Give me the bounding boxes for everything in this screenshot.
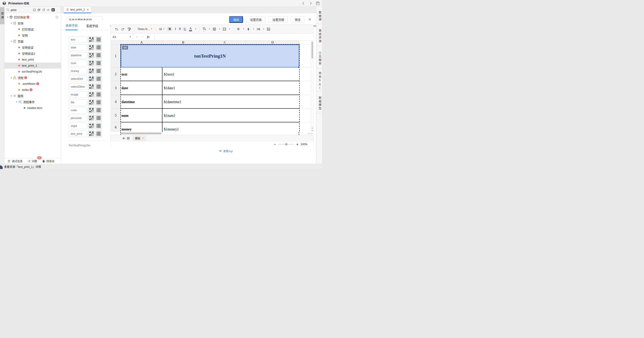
field-chip[interactable]: selectDict	[68, 76, 87, 82]
font-color-button[interactable]: A	[188, 27, 193, 32]
cell-value[interactable]: ${datetime}	[164, 95, 289, 109]
qr-code-button[interactable]	[88, 123, 94, 129]
close-editor-icon[interactable]: ✕	[308, 18, 311, 22]
zoom-slider[interactable]	[278, 144, 294, 144]
barcode-button[interactable]	[96, 37, 102, 43]
function-icon[interactable]: fx	[147, 35, 150, 39]
save-file-icon[interactable]	[316, 1, 320, 5]
field-chip[interactable]: image	[68, 91, 87, 98]
chevron-down-icon[interactable]: ▼	[253, 28, 254, 30]
field-chip[interactable]: money	[68, 68, 87, 74]
tree-item-page[interactable]: test_print	[4, 57, 61, 63]
column-header-e[interactable]	[299, 40, 311, 45]
row-header-2[interactable]: 2	[111, 67, 121, 81]
field-chip[interactable]: datetime	[68, 52, 87, 59]
sort-list-icon[interactable]	[47, 8, 50, 12]
set-page-footer-button[interactable]: 设置页脚	[268, 16, 288, 23]
rail-tab-third-party-services[interactable]: 三方服务	[316, 46, 322, 69]
cell-label[interactable]: num	[122, 109, 161, 122]
editor-tab[interactable]: test_print_1 ✕	[64, 7, 91, 13]
chevron-down-icon[interactable]: ▼	[242, 28, 244, 30]
rail-tab-offline-resources[interactable]: 离线资源	[316, 24, 322, 46]
tree-item-page-selected[interactable]: test_print_1	[4, 63, 61, 69]
save-button[interactable]: 保存	[229, 16, 243, 23]
tab-form-fields[interactable]: 表单字段	[66, 23, 78, 30]
debug-info-button[interactable]: 调试信息	[8, 159, 22, 163]
italic-button[interactable]: I	[174, 27, 176, 31]
new-resource-icon[interactable]	[37, 8, 41, 12]
chevron-down-icon[interactable]: ▼	[16, 101, 18, 103]
qr-code-button[interactable]	[88, 76, 94, 82]
chevron-down-icon[interactable]: ▼	[218, 28, 220, 30]
field-chip[interactable]: personid	[68, 115, 87, 121]
tree-item-flow-events[interactable]: ▼ 流程事件	[4, 99, 61, 105]
field-chip[interactable]: code	[68, 107, 87, 113]
tree-item-page[interactable]: tonTestPring1N	[4, 69, 61, 75]
barcode-button[interactable]	[96, 115, 102, 121]
barcode-button[interactable]	[96, 84, 102, 90]
merge-cells-button[interactable]	[222, 27, 227, 32]
cell-value[interactable]: ${money}	[164, 122, 289, 132]
qr-code-button[interactable]	[88, 131, 94, 137]
chevron-down-icon[interactable]: ▼	[195, 28, 196, 30]
cell-label[interactable]: money	[122, 122, 161, 132]
barcode-button[interactable]	[96, 131, 102, 137]
nav-forward-icon[interactable]	[308, 1, 312, 5]
scroll-right-icon[interactable]: ▸	[310, 132, 313, 135]
rail-tab-named-sql[interactable]: 命名Sql	[316, 69, 322, 91]
zoom-slider-knob[interactable]	[285, 143, 288, 145]
cell-label[interactable]: text	[122, 67, 161, 81]
chevron-down-icon[interactable]: ▼	[10, 77, 13, 79]
cancel-entry-icon[interactable]: ✕	[136, 35, 138, 39]
rail-tab-resources[interactable]: 资源	[0, 7, 4, 24]
font-family-select[interactable]: Times N...▼	[137, 28, 153, 31]
row-header-3[interactable]: 3	[111, 81, 121, 95]
tree-item-page[interactable]: 甘特验证	[4, 44, 61, 50]
row-header-6[interactable]: 6	[111, 122, 121, 132]
tree-item-services[interactable]: ▼ 服务	[4, 93, 61, 99]
chevron-down-icon[interactable]: ▼	[7, 16, 10, 18]
barcode-button[interactable]	[96, 68, 102, 74]
close-tab-icon[interactable]: ✕	[86, 8, 89, 11]
qr-code-button[interactable]	[88, 68, 94, 74]
barcode-button[interactable]	[96, 99, 102, 106]
insert-image-button[interactable]	[266, 27, 271, 32]
qr-code-button[interactable]	[88, 99, 94, 106]
confirm-entry-icon[interactable]: ✓	[142, 35, 144, 39]
barcode-button[interactable]	[96, 76, 102, 82]
cell-label[interactable]: date	[122, 81, 161, 95]
fill-handle[interactable]	[298, 66, 300, 68]
add-sheet-icon[interactable]	[122, 136, 126, 140]
barcode-button[interactable]	[96, 107, 102, 113]
cell-value[interactable]: ${num}	[164, 109, 289, 122]
sheet-list-icon[interactable]	[126, 136, 130, 140]
zoom-out-button[interactable]: −	[274, 142, 276, 146]
field-chip[interactable]: date	[68, 44, 87, 51]
translate-icon[interactable]: En	[52, 8, 55, 12]
tree-item-flows[interactable]: ▼ 流程 !	[4, 75, 61, 81]
qr-code-button[interactable]	[88, 115, 94, 121]
field-chip[interactable]: num	[68, 60, 87, 66]
chevron-down-icon[interactable]: ▼	[10, 95, 13, 97]
qr-code-button[interactable]	[88, 107, 94, 113]
strikethrough-button[interactable]: T	[178, 27, 181, 31]
chevron-down-icon[interactable]: ▼	[10, 22, 13, 25]
rail-tab-data-model[interactable]: 数据模型	[316, 91, 322, 113]
tree-item-flow[interactable]: asfas !	[4, 87, 61, 93]
fill-color-button[interactable]	[202, 27, 206, 32]
field-chip[interactable]: orgid	[68, 123, 87, 129]
scrollbar-thumb[interactable]	[312, 42, 313, 59]
row-header-5[interactable]: 5	[111, 109, 121, 122]
tree-item-flow[interactable]: .workflowx !	[4, 81, 61, 87]
tab-system-fields[interactable]: 系统字段	[86, 24, 98, 30]
vertical-scrollbar[interactable]: ▲ ▼	[311, 40, 313, 132]
tree-item-page[interactable]: 甘特验证2	[4, 50, 61, 57]
set-page-header-button[interactable]: 设置页眉	[246, 16, 266, 23]
tree-item-project[interactable]: ▼ 打印测试 !	[4, 14, 61, 20]
search-input[interactable]	[11, 8, 31, 12]
scrollbar-thumb[interactable]	[121, 132, 162, 134]
nav-back-icon[interactable]	[302, 1, 306, 5]
rail-tab-datasource[interactable]: 数据源	[316, 7, 322, 24]
zoom-in-button[interactable]: +	[296, 142, 298, 146]
selected-merged-cell[interactable]: tonTestPring1N	[121, 45, 299, 67]
